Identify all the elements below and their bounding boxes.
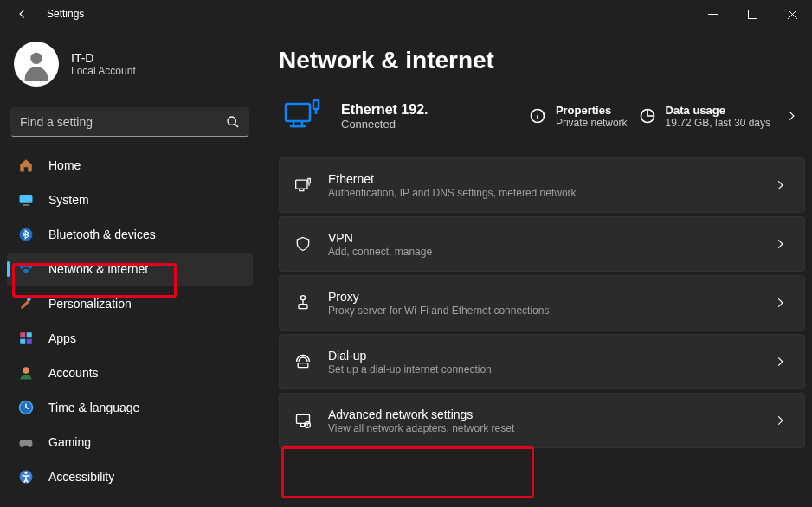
svg-rect-5: [23, 204, 29, 206]
svg-rect-25: [298, 363, 308, 368]
nav-label: System: [48, 193, 89, 207]
svg-rect-22: [308, 179, 311, 183]
card-sub: View all network adapters, network reset: [328, 422, 514, 434]
sidebar-item-personalization[interactable]: Personalization: [7, 287, 253, 320]
nav-label: Accessibility: [48, 470, 114, 484]
chevron-right-icon: [770, 238, 790, 250]
network-status-row: Ethernet 192. Connected Properties Priva…: [279, 99, 805, 133]
maximize-button[interactable]: [732, 0, 772, 28]
svg-rect-10: [20, 339, 25, 344]
svg-rect-9: [27, 332, 32, 337]
card-title: Advanced network settings: [328, 408, 514, 421]
avatar: [14, 42, 59, 87]
card-ethernet[interactable]: Ethernet Authentication, IP and DNS sett…: [279, 157, 805, 213]
svg-rect-8: [20, 332, 25, 337]
proxy-icon: [293, 293, 313, 312]
sidebar-item-gaming[interactable]: Gaming: [7, 426, 253, 459]
search-icon: [226, 115, 240, 129]
minimize-button[interactable]: [693, 0, 732, 28]
search-input[interactable]: [20, 115, 226, 129]
status-net-title: Ethernet 192.: [341, 102, 428, 118]
page-title: Network & internet: [279, 47, 805, 74]
nav-label: Apps: [48, 331, 76, 345]
ethernet-icon: [293, 176, 313, 195]
svg-rect-24: [299, 305, 307, 309]
sidebar-item-network[interactable]: Network & internet: [7, 253, 253, 286]
sidebar-item-accounts[interactable]: Accounts: [7, 356, 253, 389]
nav-label: Bluetooth & devices: [48, 228, 156, 241]
status-net-sub: Connected: [341, 118, 428, 131]
apps-icon: [17, 330, 35, 347]
advanced-icon: [293, 411, 313, 430]
titlebar: Settings: [0, 0, 812, 28]
card-title: Dial-up: [328, 349, 492, 363]
nav-label: Time & language: [48, 401, 139, 414]
close-button[interactable]: [772, 0, 812, 28]
sidebar-item-home[interactable]: Home: [7, 149, 253, 182]
svg-point-3: [228, 117, 235, 125]
system-icon: [17, 191, 35, 209]
sidebar-item-system[interactable]: System: [7, 183, 253, 216]
card-sub: Authentication, IP and DNS settings, met…: [328, 187, 577, 199]
card-title: VPN: [328, 231, 432, 245]
nav-label: Home: [48, 158, 81, 172]
chevron-right-icon: [770, 179, 790, 191]
card-title: Proxy: [328, 290, 549, 304]
profile[interactable]: IT-D Local Account: [7, 36, 253, 99]
svg-point-16: [25, 472, 28, 474]
app-title: Settings: [47, 8, 84, 20]
accessibility-icon: [17, 468, 35, 485]
data-usage-block[interactable]: Data usage 19.72 GB, last 30 days: [638, 104, 770, 129]
nav-label: Personalization: [48, 297, 132, 311]
svg-rect-4: [20, 195, 33, 203]
svg-rect-0: [708, 14, 718, 15]
chevron-right-icon: [770, 356, 790, 368]
sidebar: IT-D Local Account Home System Bluetooth…: [0, 28, 260, 507]
brush-icon: [17, 295, 35, 312]
profile-sub: Local Account: [71, 65, 136, 77]
home-icon: [17, 157, 35, 174]
card-vpn[interactable]: VPN Add, connect, manage: [279, 216, 805, 272]
card-sub: Set up a dial-up internet connection: [328, 363, 492, 375]
data-usage-icon: [638, 106, 657, 125]
props-sub: Private network: [556, 117, 628, 129]
info-icon: [528, 106, 547, 125]
sidebar-item-apps[interactable]: Apps: [7, 322, 253, 355]
sidebar-item-time-language[interactable]: Time & language: [7, 391, 253, 424]
svg-point-23: [301, 296, 306, 300]
card-sub: Add, connect, manage: [328, 246, 432, 258]
chevron-right-icon: [770, 297, 790, 309]
gaming-icon: [17, 433, 35, 451]
sidebar-item-accessibility[interactable]: Accessibility: [7, 460, 253, 493]
card-advanced-network[interactable]: Advanced network settings View all netwo…: [279, 393, 805, 448]
main: Network & internet Ethernet 192. Connect…: [260, 28, 812, 507]
card-proxy[interactable]: Proxy Proxy server for Wi-Fi and Etherne…: [279, 275, 805, 331]
svg-rect-21: [296, 180, 307, 189]
svg-rect-11: [27, 339, 32, 344]
properties-block[interactable]: Properties Private network: [528, 104, 628, 129]
svg-point-12: [23, 367, 29, 374]
svg-rect-17: [286, 104, 310, 121]
bluetooth-icon: [17, 226, 35, 243]
sidebar-item-bluetooth[interactable]: Bluetooth & devices: [7, 218, 253, 251]
settings-cards: Ethernet Authentication, IP and DNS sett…: [279, 157, 805, 448]
globe-clock-icon: [17, 399, 35, 416]
props-title: Properties: [556, 104, 628, 117]
profile-name: IT-D: [71, 51, 136, 65]
svg-rect-1: [748, 10, 757, 18]
svg-rect-18: [313, 100, 319, 109]
status-expand[interactable]: [781, 110, 802, 122]
nav-label: Network & internet: [48, 262, 148, 276]
back-button[interactable]: [5, 0, 40, 28]
card-sub: Proxy server for Wi-Fi and Ethernet conn…: [328, 305, 549, 317]
usage-title: Data usage: [666, 104, 770, 117]
nav-label: Accounts: [48, 366, 99, 380]
svg-point-2: [30, 53, 42, 64]
ethernet-status-icon: [279, 99, 325, 133]
wifi-icon: [17, 260, 35, 278]
card-dialup[interactable]: Dial-up Set up a dial-up internet connec…: [279, 334, 805, 389]
card-title: Ethernet: [328, 172, 577, 186]
search-box[interactable]: [10, 107, 249, 137]
dialup-icon: [293, 352, 313, 371]
shield-icon: [293, 234, 313, 254]
